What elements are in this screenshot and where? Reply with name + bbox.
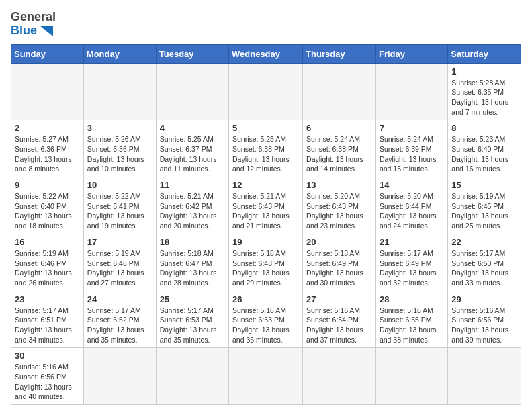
calendar-day-cell	[303, 63, 376, 120]
day-info: Sunrise: 5:16 AM Sunset: 6:55 PM Dayligh…	[380, 306, 444, 345]
weekday-header-friday: Friday	[375, 44, 447, 63]
weekday-header-wednesday: Wednesday	[229, 44, 303, 63]
calendar-day-cell: 22Sunrise: 5:17 AM Sunset: 6:50 PM Dayli…	[448, 234, 521, 291]
calendar-week-row: 16Sunrise: 5:19 AM Sunset: 6:46 PM Dayli…	[11, 234, 521, 291]
calendar-day-cell: 16Sunrise: 5:19 AM Sunset: 6:46 PM Dayli…	[11, 234, 84, 291]
calendar-day-cell: 23Sunrise: 5:17 AM Sunset: 6:51 PM Dayli…	[11, 291, 84, 348]
day-info: Sunrise: 5:28 AM Sunset: 6:35 PM Dayligh…	[451, 78, 517, 118]
day-number: 20	[306, 237, 372, 247]
calendar-day-cell: 13Sunrise: 5:20 AM Sunset: 6:43 PM Dayli…	[303, 177, 376, 234]
day-number: 6	[306, 123, 372, 133]
weekday-header-tuesday: Tuesday	[156, 44, 228, 63]
weekday-header-thursday: Thursday	[303, 44, 376, 63]
day-number: 16	[15, 237, 80, 247]
day-info: Sunrise: 5:25 AM Sunset: 6:38 PM Dayligh…	[232, 134, 299, 174]
calendar-week-row: 23Sunrise: 5:17 AM Sunset: 6:51 PM Dayli…	[11, 291, 521, 348]
calendar-day-cell: 30Sunrise: 5:16 AM Sunset: 6:56 PM Dayli…	[11, 348, 84, 405]
calendar-day-cell: 20Sunrise: 5:18 AM Sunset: 6:49 PM Dayli…	[303, 234, 376, 291]
day-number: 23	[15, 294, 80, 304]
calendar-day-cell: 8Sunrise: 5:23 AM Sunset: 6:40 PM Daylig…	[448, 120, 521, 177]
day-number: 7	[380, 123, 444, 133]
day-info: Sunrise: 5:27 AM Sunset: 6:36 PM Dayligh…	[15, 134, 80, 174]
day-number: 10	[87, 180, 152, 190]
day-number: 13	[306, 180, 372, 190]
calendar-day-cell: 29Sunrise: 5:16 AM Sunset: 6:56 PM Dayli…	[448, 291, 521, 348]
logo: General Blue	[11, 11, 56, 38]
day-number: 25	[160, 294, 225, 304]
day-info: Sunrise: 5:25 AM Sunset: 6:37 PM Dayligh…	[160, 134, 225, 174]
calendar-day-cell: 17Sunrise: 5:19 AM Sunset: 6:46 PM Dayli…	[83, 234, 156, 291]
calendar-day-cell: 28Sunrise: 5:16 AM Sunset: 6:55 PM Dayli…	[375, 291, 447, 348]
calendar-day-cell: 2Sunrise: 5:27 AM Sunset: 6:36 PM Daylig…	[11, 120, 84, 177]
calendar-day-cell: 18Sunrise: 5:18 AM Sunset: 6:47 PM Dayli…	[156, 234, 228, 291]
calendar-day-cell	[156, 348, 228, 405]
weekday-header-row: SundayMondayTuesdayWednesdayThursdayFrid…	[11, 44, 521, 63]
day-number: 28	[380, 294, 444, 304]
day-number: 29	[451, 294, 517, 304]
day-info: Sunrise: 5:21 AM Sunset: 6:43 PM Dayligh…	[232, 191, 299, 231]
calendar-day-cell	[83, 348, 156, 405]
calendar-day-cell: 10Sunrise: 5:22 AM Sunset: 6:41 PM Dayli…	[83, 177, 156, 234]
day-info: Sunrise: 5:16 AM Sunset: 6:54 PM Dayligh…	[306, 306, 372, 345]
calendar-day-cell: 15Sunrise: 5:19 AM Sunset: 6:45 PM Dayli…	[448, 177, 521, 234]
day-info: Sunrise: 5:19 AM Sunset: 6:46 PM Dayligh…	[87, 248, 152, 288]
calendar-day-cell: 11Sunrise: 5:21 AM Sunset: 6:42 PM Dayli…	[156, 177, 228, 234]
calendar-week-row: 1Sunrise: 5:28 AM Sunset: 6:35 PM Daylig…	[11, 63, 521, 120]
day-info: Sunrise: 5:20 AM Sunset: 6:43 PM Dayligh…	[306, 191, 372, 231]
svg-marker-0	[40, 26, 53, 36]
page-header: General Blue	[11, 11, 521, 38]
calendar-day-cell	[83, 63, 156, 120]
blue-triangle-icon	[40, 26, 53, 36]
day-info: Sunrise: 5:19 AM Sunset: 6:46 PM Dayligh…	[15, 248, 80, 288]
calendar-week-row: 30Sunrise: 5:16 AM Sunset: 6:56 PM Dayli…	[11, 348, 521, 405]
calendar-day-cell	[229, 63, 303, 120]
day-info: Sunrise: 5:24 AM Sunset: 6:39 PM Dayligh…	[380, 134, 444, 174]
calendar-day-cell: 1Sunrise: 5:28 AM Sunset: 6:35 PM Daylig…	[448, 63, 521, 120]
calendar-week-row: 9Sunrise: 5:22 AM Sunset: 6:40 PM Daylig…	[11, 177, 521, 234]
day-number: 19	[232, 237, 299, 247]
calendar-table: SundayMondayTuesdayWednesdayThursdayFrid…	[11, 44, 521, 406]
calendar-day-cell: 24Sunrise: 5:17 AM Sunset: 6:52 PM Dayli…	[83, 291, 156, 348]
calendar-day-cell	[11, 63, 84, 120]
day-info: Sunrise: 5:16 AM Sunset: 6:56 PM Dayligh…	[451, 306, 517, 345]
calendar-day-cell	[448, 348, 521, 405]
day-info: Sunrise: 5:24 AM Sunset: 6:38 PM Dayligh…	[306, 134, 372, 174]
weekday-header-sunday: Sunday	[11, 44, 84, 63]
day-number: 24	[87, 294, 152, 304]
day-number: 27	[306, 294, 372, 304]
day-number: 26	[232, 294, 299, 304]
calendar-day-cell	[229, 348, 303, 405]
logo-text: General Blue	[11, 11, 56, 38]
calendar-day-cell	[375, 63, 447, 120]
day-number: 17	[87, 237, 152, 247]
day-number: 3	[87, 123, 152, 133]
day-info: Sunrise: 5:17 AM Sunset: 6:49 PM Dayligh…	[380, 248, 444, 288]
day-info: Sunrise: 5:21 AM Sunset: 6:42 PM Dayligh…	[160, 191, 225, 231]
day-info: Sunrise: 5:26 AM Sunset: 6:36 PM Dayligh…	[87, 134, 152, 174]
day-info: Sunrise: 5:17 AM Sunset: 6:53 PM Dayligh…	[160, 306, 225, 345]
day-info: Sunrise: 5:22 AM Sunset: 6:41 PM Dayligh…	[87, 191, 152, 231]
day-number: 21	[380, 237, 444, 247]
day-number: 14	[380, 180, 444, 190]
calendar-day-cell: 6Sunrise: 5:24 AM Sunset: 6:38 PM Daylig…	[303, 120, 376, 177]
day-info: Sunrise: 5:17 AM Sunset: 6:52 PM Dayligh…	[87, 306, 152, 345]
calendar-day-cell	[375, 348, 447, 405]
day-number: 8	[451, 123, 517, 133]
weekday-header-saturday: Saturday	[448, 44, 521, 63]
day-number: 18	[160, 237, 225, 247]
day-number: 30	[15, 351, 80, 361]
day-number: 2	[15, 123, 80, 133]
calendar-day-cell: 25Sunrise: 5:17 AM Sunset: 6:53 PM Dayli…	[156, 291, 228, 348]
day-number: 5	[232, 123, 299, 133]
day-info: Sunrise: 5:18 AM Sunset: 6:47 PM Dayligh…	[160, 248, 225, 288]
day-info: Sunrise: 5:16 AM Sunset: 6:53 PM Dayligh…	[232, 306, 299, 345]
day-number: 11	[160, 180, 225, 190]
calendar-day-cell: 14Sunrise: 5:20 AM Sunset: 6:44 PM Dayli…	[375, 177, 447, 234]
day-info: Sunrise: 5:22 AM Sunset: 6:40 PM Dayligh…	[15, 191, 80, 231]
day-info: Sunrise: 5:20 AM Sunset: 6:44 PM Dayligh…	[380, 191, 444, 231]
calendar-day-cell: 19Sunrise: 5:18 AM Sunset: 6:48 PM Dayli…	[229, 234, 303, 291]
day-info: Sunrise: 5:17 AM Sunset: 6:51 PM Dayligh…	[15, 306, 80, 345]
calendar-day-cell: 5Sunrise: 5:25 AM Sunset: 6:38 PM Daylig…	[229, 120, 303, 177]
calendar-day-cell: 27Sunrise: 5:16 AM Sunset: 6:54 PM Dayli…	[303, 291, 376, 348]
calendar-day-cell: 12Sunrise: 5:21 AM Sunset: 6:43 PM Dayli…	[229, 177, 303, 234]
